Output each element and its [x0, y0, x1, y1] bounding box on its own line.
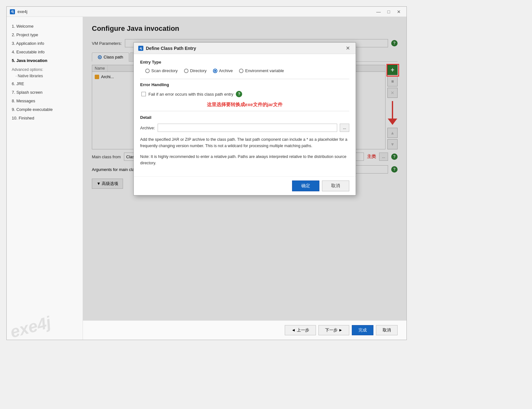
modal-footer: 确定 取消: [134, 176, 356, 195]
sidebar-item-compile[interactable]: 9. Compile executable: [7, 105, 83, 114]
archive-input[interactable]: [158, 124, 337, 132]
fail-checkbox-label: Fail if an error occurs with this class …: [148, 92, 233, 97]
prev-button[interactable]: ◄ 上一步: [285, 325, 316, 335]
window-title: exe4j: [17, 9, 27, 14]
divider-1: [140, 79, 349, 79]
detail-label: Detail: [140, 115, 349, 120]
radio-scan-directory[interactable]: Scan directory: [145, 68, 178, 73]
radio-directory[interactable]: Directory: [184, 68, 207, 73]
radio-directory-circle: [184, 69, 188, 73]
content-area: Configure Java invocation VM Parameters:…: [83, 17, 406, 340]
modal-body: Entry Type Scan directory Directory: [134, 54, 356, 176]
modal-title-text: Define Class Path Entry: [146, 46, 196, 51]
radio-env-variable-circle: [239, 69, 243, 73]
sidebar-watermark: exe4j: [8, 312, 53, 340]
sidebar: 1. Welcome 2. Project type 3. Applicatio…: [7, 17, 83, 340]
minimize-button[interactable]: —: [374, 8, 383, 15]
entry-type-radio-group: Scan directory Directory Archive: [140, 68, 349, 73]
detail-section: Detail Archive: ... Add the specified JA…: [140, 115, 349, 166]
close-button[interactable]: ✕: [394, 8, 403, 15]
chinese-annotation: 这里选择要转换成exe文件的jar文件: [140, 102, 349, 108]
modal-close-button[interactable]: ✕: [344, 45, 351, 51]
radio-env-variable-label: Environment variable: [245, 68, 284, 73]
sidebar-item-jre[interactable]: 6. JRE: [7, 79, 83, 88]
sidebar-item-native-libraries[interactable]: · Native libraries: [7, 72, 83, 79]
archive-description-2: Note: It is highly recommended to enter …: [140, 153, 349, 166]
fail-checkbox-help-icon[interactable]: ?: [236, 91, 242, 97]
modal-title-left: 4j Define Class Path Entry: [138, 46, 196, 51]
error-handling-label: Error Handling: [140, 82, 349, 87]
modal-cancel-button[interactable]: 取消: [322, 181, 349, 191]
modal-dialog: 4j Define Class Path Entry ✕ Entry Type: [133, 42, 356, 195]
title-bar-controls: — □ ✕: [374, 8, 403, 15]
sidebar-item-welcome[interactable]: 1. Welcome: [7, 22, 83, 31]
cancel-btn-label: 取消: [383, 327, 391, 333]
radio-scan-directory-label: Scan directory: [151, 68, 178, 73]
sidebar-item-java-invocation[interactable]: 5. Java invocation: [7, 56, 83, 65]
sidebar-item-messages[interactable]: 8. Messages: [7, 97, 83, 105]
finish-btn-label: 完成: [358, 327, 367, 333]
cancel-button[interactable]: 取消: [376, 325, 398, 335]
radio-archive[interactable]: Archive: [213, 68, 233, 73]
sidebar-advanced-label: Advanced options:: [7, 65, 83, 72]
main-window: 4j exe4j — □ ✕ 1. Welcome 2. Project typ…: [6, 6, 407, 340]
title-bar: 4j exe4j — □ ✕: [7, 7, 406, 17]
main-content: Configure Java invocation VM Parameters:…: [83, 17, 406, 320]
radio-archive-circle: [213, 69, 217, 73]
sidebar-item-app-info[interactable]: 3. Application info: [7, 39, 83, 48]
finish-button[interactable]: 完成: [352, 325, 373, 335]
modal-icon: 4j: [138, 46, 143, 51]
archive-browse-button[interactable]: ...: [340, 124, 349, 132]
entry-type-label: Entry Type: [140, 60, 349, 65]
sidebar-item-project-type[interactable]: 2. Project type: [7, 31, 83, 39]
radio-directory-label: Directory: [190, 68, 207, 73]
archive-label: Archive:: [140, 126, 155, 130]
window-body: 1. Welcome 2. Project type 3. Applicatio…: [7, 17, 406, 340]
radio-scan-directory-circle: [145, 69, 150, 73]
prev-btn-label: ◄ 上一步: [291, 327, 309, 333]
sidebar-item-finished[interactable]: 10. Finished: [7, 114, 83, 122]
bottom-nav: ◄ 上一步 下一步 ► 完成 取消: [83, 320, 406, 340]
sidebar-item-splash-screen[interactable]: 7. Splash screen: [7, 88, 83, 97]
app-icon: 4j: [10, 9, 15, 14]
error-handling-section: Error Handling Fail if an error occurs w…: [140, 82, 349, 97]
modal-title-bar: 4j Define Class Path Entry ✕: [134, 43, 356, 54]
archive-description-1: Add the specified JAR or ZIP archive to …: [140, 136, 349, 149]
radio-env-variable[interactable]: Environment variable: [239, 68, 284, 73]
divider-2: [140, 111, 349, 111]
radio-archive-label: Archive: [219, 68, 233, 73]
fail-checkbox[interactable]: [141, 92, 146, 96]
modal-overlay: 4j Define Class Path Entry ✕ Entry Type: [83, 17, 406, 320]
modal-confirm-button[interactable]: 确定: [292, 181, 319, 191]
fail-checkbox-row: Fail if an error occurs with this class …: [140, 91, 349, 97]
maximize-button[interactable]: □: [384, 8, 393, 15]
next-button[interactable]: 下一步 ►: [318, 325, 349, 335]
next-btn-label: 下一步 ►: [325, 327, 343, 333]
title-bar-left: 4j exe4j: [10, 9, 27, 14]
archive-row: Archive: ...: [140, 124, 349, 132]
sidebar-item-exe-info[interactable]: 4. Executable info: [7, 48, 83, 56]
